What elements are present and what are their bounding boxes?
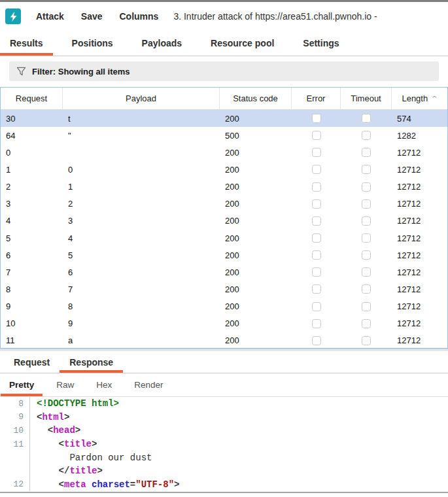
table-row[interactable]: 64"5001282 (1, 127, 447, 144)
cell-status-code: 200 (220, 267, 292, 277)
error-checkbox[interactable] (312, 284, 321, 294)
error-checkbox[interactable] (312, 302, 321, 311)
tab-pretty[interactable]: Pretty (1, 373, 43, 396)
code-line: 12 <meta charset="UTF-8"> (0, 478, 448, 492)
error-checkbox[interactable] (312, 131, 321, 140)
tab-raw[interactable]: Raw (48, 373, 82, 396)
tab-positions[interactable]: Positions (62, 31, 123, 56)
table-row[interactable]: 9820012712 (1, 298, 447, 315)
cell-status-code: 200 (220, 216, 292, 226)
code-token-punct: > (97, 466, 102, 476)
timeout-checkbox[interactable] (362, 336, 371, 345)
error-checkbox[interactable] (312, 148, 321, 157)
timeout-checkbox[interactable] (362, 216, 371, 226)
column-header-payload[interactable]: Payload (63, 88, 220, 109)
error-checkbox[interactable] (312, 165, 321, 174)
cell-request: 2 (1, 182, 63, 192)
cell-status-code: 200 (220, 318, 292, 328)
error-checkbox[interactable] (312, 216, 321, 226)
error-checkbox[interactable] (312, 182, 321, 192)
cell-error (292, 182, 341, 192)
tab-settings[interactable]: Settings (293, 31, 349, 56)
cell-payload: 4 (63, 233, 220, 243)
cell-length: 1282 (392, 131, 447, 141)
table-row[interactable]: 5420012712 (1, 230, 447, 247)
code-token-punct: > (64, 412, 69, 422)
error-checkbox[interactable] (312, 114, 321, 123)
menu-item-columns[interactable]: Columns (111, 9, 167, 24)
filter-bar[interactable]: Filter: Showing all items (9, 61, 439, 81)
main-tabbar: ResultsPositionsPayloadsResource poolSet… (0, 31, 448, 56)
tab-payloads[interactable]: Payloads (132, 31, 192, 56)
timeout-checkbox[interactable] (362, 302, 371, 311)
bottom-divider (0, 492, 448, 493)
tab-results[interactable]: Results (0, 31, 53, 56)
cell-request: 6 (1, 250, 63, 260)
cell-request: 3 (1, 199, 63, 209)
column-header-error[interactable]: Error (292, 88, 341, 109)
error-checkbox[interactable] (312, 319, 321, 328)
column-header-status-code[interactable]: Status code (220, 88, 292, 109)
code-text: <meta charset="UTF-8"> (30, 479, 448, 490)
table-row[interactable]: 30t200574 (1, 110, 447, 127)
error-checkbox[interactable] (312, 267, 321, 277)
cell-timeout (341, 336, 392, 345)
tab-response[interactable]: Response (60, 351, 123, 373)
tab-request[interactable]: Request (4, 351, 60, 373)
table-row[interactable]: 3220012712 (1, 196, 447, 213)
timeout-checkbox[interactable] (362, 114, 371, 123)
cell-timeout (341, 302, 392, 311)
code-text: <!DOCTYPE html> (30, 398, 448, 409)
menu-item-save[interactable]: Save (73, 9, 111, 24)
timeout-checkbox[interactable] (362, 250, 371, 260)
cell-status-code: 200 (220, 165, 292, 175)
sort-asc-icon: ⌃ (430, 95, 439, 102)
cell-error (292, 250, 341, 260)
error-checkbox[interactable] (312, 336, 321, 345)
results-table-body: 30t20057464"5001282020012712102001271221… (1, 110, 447, 349)
results-table[interactable]: RequestPayloadStatus codeErrorTimeoutLen… (0, 87, 448, 349)
tab-resource-pool[interactable]: Resource pool (201, 31, 284, 56)
table-row[interactable]: 4320012712 (1, 213, 447, 230)
intruder-bolt-icon (5, 9, 21, 24)
cell-timeout (341, 233, 392, 243)
timeout-checkbox[interactable] (362, 165, 371, 174)
table-row[interactable]: 6520012712 (1, 247, 447, 264)
table-row[interactable]: 7620012712 (1, 264, 447, 281)
timeout-checkbox[interactable] (362, 267, 371, 277)
cell-payload: 0 (63, 165, 220, 175)
column-header-request[interactable]: Request (1, 88, 63, 109)
column-header-length[interactable]: Length⌃ (392, 88, 447, 109)
error-checkbox[interactable] (312, 199, 321, 209)
code-token-tag: meta (64, 479, 86, 490)
code-line: 11 <title> (0, 437, 448, 451)
cell-error (292, 148, 341, 157)
column-header-timeout[interactable]: Timeout (341, 88, 392, 109)
error-checkbox[interactable] (312, 233, 321, 243)
timeout-checkbox[interactable] (362, 319, 371, 328)
table-row[interactable]: 11a20012712 (1, 332, 447, 349)
table-row[interactable]: 2120012712 (1, 179, 447, 196)
timeout-checkbox[interactable] (362, 284, 371, 294)
cell-payload: t (63, 114, 220, 124)
error-checkbox[interactable] (312, 250, 321, 260)
menu-item-attack[interactable]: Attack (27, 9, 73, 24)
timeout-checkbox[interactable] (362, 148, 371, 157)
table-row[interactable]: 020012712 (1, 144, 447, 161)
response-code-editor[interactable]: 8<!DOCTYPE html>9<html>10 <head>11 <titl… (0, 397, 448, 492)
timeout-checkbox[interactable] (362, 131, 371, 140)
tab-render[interactable]: Render (126, 373, 171, 396)
cell-length: 12712 (392, 165, 447, 175)
code-line: </title> (0, 464, 448, 478)
cell-timeout (341, 250, 392, 260)
code-token-punct: < (59, 439, 64, 449)
table-row[interactable]: 1020012712 (1, 161, 447, 178)
cell-length: 12712 (392, 216, 447, 226)
table-row[interactable]: 10920012712 (1, 315, 447, 332)
cell-request: 0 (1, 148, 63, 158)
tab-hex[interactable]: Hex (88, 373, 120, 396)
timeout-checkbox[interactable] (362, 182, 371, 192)
timeout-checkbox[interactable] (362, 233, 371, 243)
table-row[interactable]: 8720012712 (1, 281, 447, 298)
timeout-checkbox[interactable] (362, 199, 371, 209)
